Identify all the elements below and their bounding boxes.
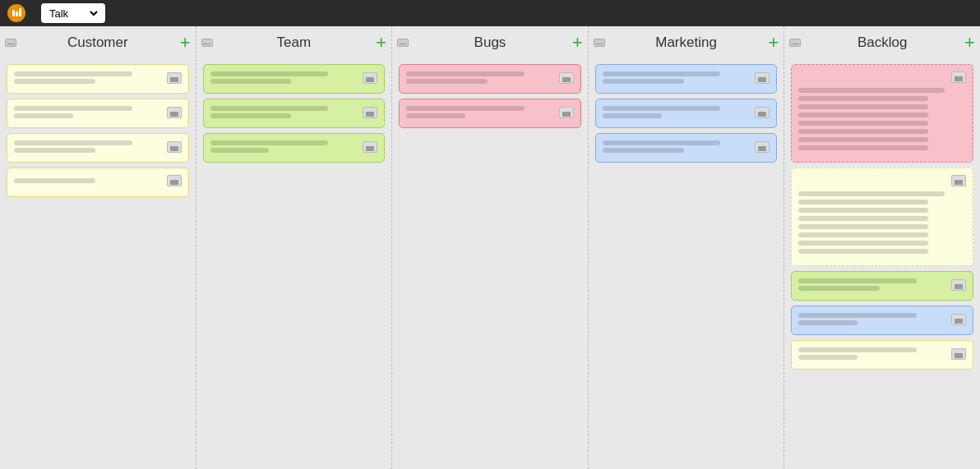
card-line-marketing-2-1 (603, 148, 684, 153)
card-line-backlog-3-1 (798, 320, 858, 325)
card-line-team-0-1 (210, 79, 292, 84)
minimize-button-marketing[interactable]: — (594, 39, 605, 47)
card-line-backlog-3-0 (798, 313, 917, 318)
card-line-marketing-0-0 (603, 71, 721, 76)
card-icon-marketing-1 (755, 107, 770, 118)
card-line-backlog-0-5 (798, 129, 928, 134)
column-title-marketing: Marketing (655, 34, 717, 51)
card-line-team-1-0 (210, 106, 329, 111)
minimize-button-team[interactable]: — (201, 39, 213, 47)
minimize-button-bugs[interactable]: — (397, 39, 409, 47)
card-icon-team-1 (363, 107, 377, 118)
card-team-1[interactable] (203, 99, 386, 128)
card-line-backlog-1-7 (798, 249, 928, 254)
card-line-backlog-1-3 (798, 216, 928, 221)
card-customer-2[interactable] (7, 133, 189, 163)
card-inner-team-0 (210, 71, 378, 84)
card-line-backlog-0-7 (798, 145, 928, 150)
card-icon-customer-2 (167, 141, 182, 153)
card-backlog-0[interactable] (791, 64, 973, 163)
card-team-0[interactable] (203, 64, 386, 94)
card-icon-customer-1 (167, 107, 182, 118)
card-line-backlog-0-3 (798, 113, 928, 117)
card-inner-customer-2 (14, 140, 182, 153)
add-card-button-customer[interactable]: + (180, 34, 191, 52)
column-backlog: —Backlog+ (784, 26, 980, 469)
card-text-marketing-2 (603, 140, 751, 153)
card-line-backlog-1-0 (798, 191, 945, 196)
card-inner-customer-1 (14, 106, 182, 118)
header: Talk Board 2 (0, 0, 980, 26)
card-icon-customer-3 (167, 175, 182, 186)
card-marketing-0[interactable] (595, 64, 778, 94)
card-icon-backlog-3 (951, 314, 966, 325)
cards-team (196, 59, 392, 469)
card-line-backlog-2-1 (798, 286, 880, 291)
card-icon-backlog-4 (951, 348, 966, 360)
card-top-row-backlog-0 (798, 71, 966, 83)
column-marketing: —Marketing+ (589, 26, 785, 469)
card-backlog-1[interactable] (791, 168, 973, 266)
card-line-bugs-0-1 (406, 79, 488, 84)
card-marketing-2[interactable] (595, 133, 778, 163)
card-text-team-0 (210, 71, 358, 84)
card-icon-marketing-2 (755, 141, 770, 153)
card-line-customer-0-1 (14, 79, 95, 84)
card-backlog-4[interactable] (791, 340, 973, 370)
card-backlog-3[interactable] (791, 306, 973, 335)
cards-customer (0, 59, 196, 469)
add-card-button-backlog[interactable]: + (964, 34, 975, 52)
card-line-marketing-1-1 (603, 113, 662, 118)
add-card-button-team[interactable]: + (376, 34, 386, 52)
kanbanflow-logo-icon (7, 3, 26, 23)
add-card-button-bugs[interactable]: + (572, 34, 583, 52)
card-inner-customer-0 (14, 71, 182, 84)
card-top-row-backlog-1 (798, 175, 966, 186)
card-text-customer-1 (14, 106, 162, 118)
card-line-team-1-1 (210, 113, 292, 118)
card-inner-team-2 (210, 140, 378, 153)
card-icon-backlog-0 (951, 71, 966, 83)
card-icon-backlog-1 (951, 175, 966, 186)
column-header-marketing: —Marketing+ (589, 26, 784, 59)
minimize-button-customer[interactable]: — (5, 39, 16, 47)
card-line-backlog-2-0 (798, 278, 917, 283)
card-icon-customer-0 (167, 72, 182, 84)
card-icon-team-2 (363, 141, 377, 153)
card-line-bugs-1-1 (406, 113, 465, 118)
card-customer-1[interactable] (7, 99, 189, 128)
card-line-team-0-0 (210, 71, 329, 76)
add-card-button-marketing[interactable]: + (769, 34, 779, 52)
card-icon-bugs-1 (559, 107, 574, 118)
card-icon-bugs-0 (559, 72, 574, 84)
column-customer: —Customer+ (0, 26, 196, 469)
minimize-button-backlog[interactable]: — (789, 39, 801, 47)
column-header-customer: —Customer+ (0, 26, 196, 59)
card-text-team-1 (210, 106, 358, 118)
card-line-team-2-1 (210, 148, 270, 153)
card-line-backlog-0-4 (798, 121, 928, 126)
card-line-customer-2-0 (14, 140, 132, 145)
card-marketing-1[interactable] (595, 99, 778, 128)
card-bugs-0[interactable] (399, 64, 581, 94)
card-backlog-2[interactable] (791, 271, 973, 301)
cards-bugs (392, 59, 588, 469)
board-selector[interactable]: Talk Board 2 (41, 3, 105, 23)
column-team: —Team+ (196, 26, 393, 469)
card-text-marketing-0 (603, 71, 751, 84)
card-line-marketing-0-1 (603, 79, 684, 84)
card-line-backlog-0-6 (798, 137, 928, 142)
card-customer-3[interactable] (7, 168, 189, 197)
card-line-backlog-1-1 (798, 200, 928, 205)
board-select[interactable]: Talk Board 2 (46, 7, 100, 21)
column-title-backlog: Backlog (858, 34, 907, 51)
card-bugs-1[interactable] (399, 99, 581, 128)
card-team-2[interactable] (203, 133, 386, 163)
card-line-backlog-1-6 (798, 241, 928, 246)
card-line-customer-2-1 (14, 148, 95, 153)
logo (7, 3, 31, 23)
card-line-bugs-0-0 (406, 71, 525, 76)
card-inner-backlog-2 (798, 278, 966, 291)
card-customer-0[interactable] (7, 64, 189, 94)
kanban-board: —Customer+—Team+—Bugs+—Marketing+—Backlo… (0, 26, 980, 469)
